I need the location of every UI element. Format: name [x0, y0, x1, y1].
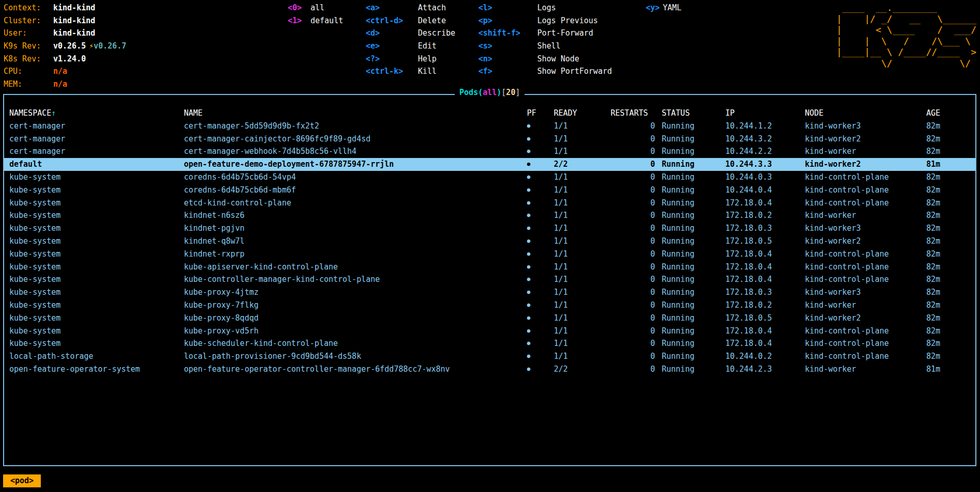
table-row[interactable]: local-path-storage local-path-provisione…	[4, 350, 975, 363]
table-row[interactable]: open-feature-operator-system open-featur…	[4, 363, 975, 376]
cell-name: coredns-6d4b75cb6d-mbm6f	[184, 184, 527, 197]
cell-namespace: kube-system	[9, 325, 184, 338]
cell-node: kind-worker	[805, 363, 926, 376]
column-header-node[interactable]: NODE	[805, 107, 926, 120]
info-label: User:	[4, 27, 53, 40]
table-row[interactable]: cert-manager cert-manager-cainjector-869…	[4, 133, 975, 146]
cell-namespace: kube-system	[9, 299, 184, 312]
cell-namespace: kube-system	[9, 337, 184, 350]
pods-table-frame: Pods(all)[20] NAMESPACE↑ NAME PF READY R…	[3, 94, 976, 466]
table-row[interactable]: default open-feature-demo-deployment-678…	[4, 158, 975, 171]
table-row[interactable]: kube-system coredns-6d4b75cb6d-mbm6f ● 1…	[4, 184, 975, 197]
upgrade-version: v0.26.7	[94, 41, 126, 51]
hotkey-label: Attach	[418, 3, 446, 12]
table-row[interactable]: kube-system kindnet-n6sz6 ● 1/1 0 Runnin…	[4, 209, 975, 222]
hotkey-key: <a>	[366, 2, 418, 14]
column-header-restarts[interactable]: RESTARTS	[611, 107, 662, 120]
cell-namespace: kube-system	[9, 209, 184, 222]
table-row[interactable]: kube-system kube-scheduler-kind-control-…	[4, 337, 975, 350]
cell-node: kind-worker	[805, 209, 926, 222]
cluster-info-row: Context:kind-kind	[4, 2, 126, 14]
table-row[interactable]: kube-system kube-proxy-8qdqd ● 1/1 0 Run…	[4, 312, 975, 325]
cell-ready: 1/1	[554, 248, 611, 261]
cell-restarts: 0	[611, 273, 662, 286]
hotkey-item[interactable]: <ctrl-d>Delete	[366, 14, 455, 27]
cell-name: kube-proxy-vd5rh	[184, 325, 527, 338]
table-row[interactable]: kube-system kube-proxy-4jtmz ● 1/1 0 Run…	[4, 286, 975, 299]
table-row[interactable]: kube-system kindnet-q8w7l ● 1/1 0 Runnin…	[4, 235, 975, 248]
cell-restarts: 0	[611, 363, 662, 376]
hotkey-item[interactable]: <n>Show Node	[478, 53, 612, 66]
port-forward-indicator-icon: ●	[527, 171, 554, 184]
cell-name: kube-proxy-4jtmz	[184, 286, 527, 299]
column-header-age[interactable]: AGE	[926, 107, 973, 120]
hotkey-key: <ctrl-k>	[366, 65, 418, 78]
cell-name: open-feature-operator-controller-manager…	[184, 363, 527, 376]
cell-age: 82m	[926, 350, 973, 363]
port-forward-indicator-icon: ●	[527, 222, 554, 235]
hotkey-item[interactable]: <0>all	[288, 2, 343, 14]
info-label: Context:	[4, 2, 53, 14]
hotkey-label: Delete	[418, 16, 446, 25]
hotkey-item[interactable]: <l>Logs	[478, 2, 612, 14]
k9s-terminal: Context:kind-kind Cluster:kind-kind User…	[0, 0, 980, 492]
hotkey-item[interactable]: <y>YAML	[646, 2, 681, 14]
table-row[interactable]: kube-system kube-proxy-7flkg ● 1/1 0 Run…	[4, 299, 975, 312]
hotkey-item[interactable]: <p>Logs Previous	[478, 14, 612, 27]
hotkey-item[interactable]: <1>default	[288, 14, 343, 27]
hotkey-item[interactable]: <e>Edit	[366, 40, 455, 53]
cell-ready: 1/1	[554, 286, 611, 299]
hotkey-item[interactable]: <a>Attach	[366, 2, 455, 14]
table-row[interactable]: kube-system kube-controller-manager-kind…	[4, 273, 975, 286]
cell-age: 82m	[926, 184, 973, 197]
cell-status: Running	[662, 222, 725, 235]
hotkey-key: <y>	[646, 2, 663, 14]
cell-restarts: 0	[611, 197, 662, 210]
hotkey-item[interactable]: <shift-f>Port-Forward	[478, 27, 612, 40]
cell-age: 82m	[926, 261, 973, 274]
cell-status: Running	[662, 337, 725, 350]
column-header-name[interactable]: NAME	[184, 107, 527, 120]
hotkey-label: Shell	[537, 41, 561, 51]
hotkey-item[interactable]: <?>Help	[366, 53, 455, 66]
hotkey-item[interactable]: <s>Shell	[478, 40, 612, 53]
cell-node: kind-worker2	[805, 235, 926, 248]
table-row[interactable]: cert-manager cert-manager-5dd59d9d9b-fx2…	[4, 120, 975, 133]
cell-node: kind-worker3	[805, 286, 926, 299]
cluster-info-row: Cluster:kind-kind	[4, 14, 126, 27]
table-row[interactable]: kube-system kindnet-rxprp ● 1/1 0 Runnin…	[4, 248, 975, 261]
cell-name: kindnet-n6sz6	[184, 209, 527, 222]
hotkey-item[interactable]: <d>Describe	[366, 27, 455, 40]
cell-ready: 1/1	[554, 120, 611, 133]
table-row[interactable]: kube-system kube-apiserver-kind-control-…	[4, 261, 975, 274]
hotkey-item[interactable]: <f>Show PortForward	[478, 65, 612, 78]
cell-ready: 1/1	[554, 197, 611, 210]
column-header-ready[interactable]: READY	[554, 107, 611, 120]
hotkey-label: Logs Previous	[537, 16, 598, 25]
column-header-pf[interactable]: PF	[527, 107, 554, 120]
cell-ip: 10.244.2.3	[725, 363, 805, 376]
hotkey-item[interactable]: <ctrl-k>Kill	[366, 65, 455, 78]
cell-status: Running	[662, 363, 725, 376]
table-row[interactable]: cert-manager cert-manager-webhook-7d4b5b…	[4, 145, 975, 158]
cell-age: 82m	[926, 286, 973, 299]
action-hotkeys-col3: <y>YAML	[646, 2, 681, 14]
hotkey-key: <d>	[366, 27, 418, 40]
cluster-info-row: User:kind-kind	[4, 27, 126, 40]
table-row[interactable]: kube-system etcd-kind-control-plane ● 1/…	[4, 197, 975, 210]
column-header-ip[interactable]: IP	[725, 107, 805, 120]
cell-name: kindnet-rxprp	[184, 248, 527, 261]
hotkey-key: <?>	[366, 53, 418, 66]
table-row[interactable]: kube-system kindnet-pgjvn ● 1/1 0 Runnin…	[4, 222, 975, 235]
breadcrumb[interactable]: <pod>	[3, 474, 41, 487]
column-header-status[interactable]: STATUS	[662, 107, 725, 120]
table-row[interactable]: kube-system kube-proxy-vd5rh ● 1/1 0 Run…	[4, 325, 975, 338]
cell-restarts: 0	[611, 158, 662, 171]
table-row[interactable]: kube-system coredns-6d4b75cb6d-54vp4 ● 1…	[4, 171, 975, 184]
cell-status: Running	[662, 273, 725, 286]
cell-age: 82m	[926, 325, 973, 338]
hotkey-key: <1>	[288, 14, 310, 27]
cell-node: kind-control-plane	[805, 184, 926, 197]
column-header-namespace[interactable]: NAMESPACE↑	[9, 107, 184, 120]
port-forward-indicator-icon: ●	[527, 158, 554, 171]
